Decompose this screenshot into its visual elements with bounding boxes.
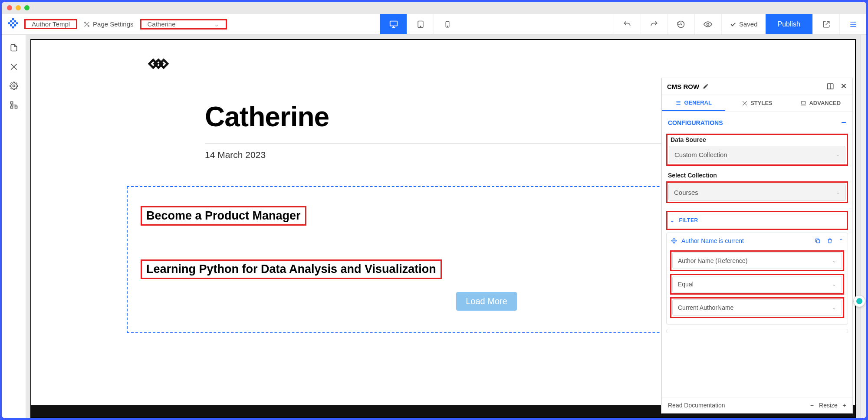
filter-rule-title: Author Name is current (681, 237, 744, 244)
svg-rect-0 (12, 18, 14, 20)
window-close-dot[interactable] (7, 5, 12, 10)
chevron-down-icon: ⌄ (836, 189, 840, 195)
app-logo[interactable] (2, 18, 24, 30)
window-minimize-dot[interactable] (16, 5, 21, 10)
rail-pages[interactable] (5, 39, 23, 56)
open-external-button[interactable] (812, 14, 839, 34)
check-icon (730, 21, 736, 28)
scrollbar[interactable] (860, 35, 866, 418)
undo-icon (623, 20, 631, 29)
read-documentation-link[interactable]: Read Documentation (668, 402, 725, 409)
filter-value-select[interactable]: Current AuthorName ⌄ (672, 299, 842, 316)
tablet-preview-button[interactable] (407, 14, 434, 34)
collection-select[interactable]: Courses ⌄ (668, 184, 846, 201)
publish-button[interactable]: Publish (766, 14, 812, 34)
pencil-icon[interactable] (703, 83, 709, 89)
chevron-down-icon: ⌄ (214, 20, 220, 28)
filter-operator-value: Equal (678, 281, 694, 288)
chevron-down-icon: ⌄ (670, 217, 675, 223)
preview-button[interactable] (694, 14, 721, 34)
desktop-preview-button[interactable] (380, 14, 407, 34)
laptop-icon (800, 100, 806, 106)
window-maximize-dot[interactable] (24, 5, 30, 10)
gear-icon (10, 82, 18, 90)
copy-icon[interactable] (815, 238, 821, 244)
hierarchy-icon (10, 101, 18, 109)
rail-cms[interactable] (5, 96, 23, 114)
list-icon (675, 100, 681, 106)
page-settings-button[interactable]: Page Settings (77, 20, 140, 28)
undo-button[interactable] (614, 14, 641, 34)
resize-control: − Resize + (810, 402, 846, 409)
panel-header: CMS ROW (662, 78, 852, 95)
desktop-icon (389, 20, 398, 29)
close-icon[interactable] (840, 82, 847, 89)
save-status-label: Saved (739, 20, 758, 28)
filter-rule: Author Name is current ⌃ Author Name (Re… (666, 233, 848, 325)
history-button[interactable] (667, 14, 694, 34)
course-item[interactable]: Become a Product Manager (141, 206, 306, 226)
tab-advanced[interactable]: ADVANCED (789, 95, 852, 111)
save-status: Saved (721, 14, 766, 34)
rail-design[interactable] (5, 58, 23, 75)
external-link-icon (822, 20, 830, 28)
svg-rect-21 (15, 106, 17, 108)
help-bubble[interactable] (853, 295, 865, 307)
trash-icon[interactable] (827, 238, 833, 244)
data-source-value: Custom Collection (674, 151, 727, 158)
filter-operator-select[interactable]: Equal ⌄ (672, 276, 842, 292)
chevron-down-icon: ⌄ (832, 305, 836, 311)
main-menu-button[interactable] (839, 14, 866, 34)
collapse-icon[interactable]: − (841, 118, 846, 128)
collection-label: Select Collection (668, 172, 848, 179)
svg-point-19 (13, 85, 15, 87)
redo-button[interactable] (641, 14, 667, 34)
window-titlebar (2, 2, 866, 14)
tab-styles-label: STYLES (750, 100, 773, 106)
resize-plus[interactable]: + (843, 402, 846, 409)
redo-icon (650, 20, 658, 29)
filter-field-select[interactable]: Author Name (Reference) ⌄ (672, 253, 842, 269)
rail-settings[interactable] (5, 77, 23, 95)
configurations-label: CONFIGURATIONS (668, 119, 723, 126)
panel-layout-icon[interactable] (826, 82, 834, 90)
tab-general-label: GENERAL (684, 99, 712, 106)
chevron-down-icon: ⌄ (832, 281, 836, 287)
hamburger-icon (849, 20, 858, 29)
tab-general[interactable]: GENERAL (662, 95, 725, 111)
filter-field-value: Author Name (Reference) (678, 257, 747, 264)
filter-section-toggle[interactable]: ⌄ FILTER (668, 213, 846, 228)
svg-point-17 (447, 26, 448, 26)
resize-label: Resize (819, 402, 838, 409)
crossed-tools-icon (742, 100, 748, 106)
chevron-down-icon: ⌄ (832, 258, 836, 264)
svg-rect-8 (12, 26, 14, 28)
page-selector-value: Catherine (148, 20, 176, 28)
page-selector-dropdown[interactable]: Catherine ⌄ (140, 19, 227, 30)
tab-advanced-label: ADVANCED (809, 100, 841, 106)
data-source-select[interactable]: Custom Collection ⌄ (669, 146, 845, 163)
configurations-section-header[interactable]: CONFIGURATIONS − (662, 112, 852, 131)
main-toolbar: Author Templ Page Settings Catherine ⌄ (2, 14, 866, 35)
template-name[interactable]: Author Templ (24, 19, 77, 29)
help-dot-icon (856, 298, 862, 304)
svg-rect-24 (802, 101, 806, 104)
svg-point-18 (707, 23, 709, 25)
resize-minus[interactable]: − (810, 402, 814, 409)
svg-rect-3 (8, 22, 10, 24)
course-item[interactable]: Learning Python for Data Analysis and Vi… (141, 259, 442, 279)
svg-rect-5 (16, 22, 18, 24)
svg-rect-6 (10, 24, 12, 26)
move-icon[interactable] (671, 238, 677, 244)
tab-styles[interactable]: STYLES (725, 95, 789, 111)
chevron-down-icon: ⌄ (835, 151, 840, 158)
crossed-tools-icon (83, 21, 90, 28)
load-more-button[interactable]: Load More (456, 292, 517, 311)
app-window: Author Templ Page Settings Catherine ⌄ (2, 2, 866, 418)
mobile-icon (444, 20, 451, 28)
collection-value: Courses (674, 189, 698, 196)
crossed-tools-icon (10, 62, 18, 71)
svg-rect-13 (390, 21, 398, 26)
chevron-up-icon[interactable]: ⌃ (839, 238, 843, 244)
mobile-preview-button[interactable] (434, 14, 460, 34)
